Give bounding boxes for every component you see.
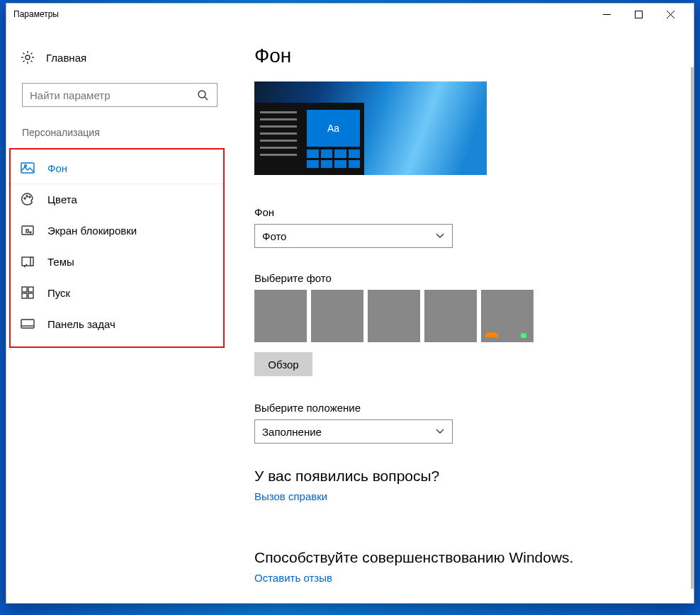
improve-heading: Способствуйте совершенствованию Windows. [254,549,665,566]
preview-tile-text: Aa [307,110,360,147]
sidebar-item-label: Фон [47,162,67,174]
minimize-icon [603,11,611,18]
svg-rect-19 [28,293,33,298]
questions-heading: У вас появились вопросы? [254,468,665,485]
home-label: Главная [46,52,86,64]
search-icon [196,88,210,102]
background-label: Фон [254,206,665,218]
photo-thumb-4[interactable] [424,290,477,342]
position-value: Заполнение [262,426,322,438]
sidebar-item-taskbar[interactable]: Панель задач [11,308,223,339]
chevron-down-icon [435,426,445,438]
sidebar-item-colors[interactable]: Цвета [11,184,223,215]
background-select[interactable]: Фото [254,224,453,248]
svg-point-5 [198,91,205,98]
svg-point-10 [26,196,28,197]
svg-point-14 [30,232,31,233]
close-button[interactable] [655,4,687,24]
content-area: Фон Aa Фон Фото Выберите фото [233,25,694,603]
photo-thumbnails [254,290,665,342]
close-icon [667,11,674,18]
svg-rect-20 [21,320,34,328]
maximize-icon [635,11,643,18]
sidebar-item-label: Экран блокировки [47,225,137,237]
svg-line-3 [667,11,674,18]
svg-point-11 [29,196,30,198]
svg-rect-1 [636,11,643,18]
svg-point-8 [25,165,27,167]
svg-line-2 [667,11,674,18]
background-value: Фото [262,230,286,242]
sidebar-item-start[interactable]: Пуск [11,277,223,308]
sidebar-items-highlight: Фон Цвета Экран блокировки [9,148,225,348]
sidebar-item-lockscreen[interactable]: Экран блокировки [11,215,223,246]
svg-rect-17 [28,287,33,292]
search-placeholder: Найти параметр [30,89,111,101]
maximize-button[interactable] [623,4,655,24]
help-link[interactable]: Вызов справки [254,490,665,502]
photo-thumb-1[interactable] [254,290,307,342]
scrollbar[interactable] [691,67,694,589]
picture-icon [21,161,35,175]
feedback-link[interactable]: Оставить отзыв [254,572,665,584]
taskbar-icon [21,317,35,331]
window-title: Параметры [13,9,59,19]
sidebar-item-label: Пуск [47,287,70,299]
svg-rect-16 [22,287,27,292]
page-title: Фон [254,45,665,67]
photo-thumb-2[interactable] [311,290,363,342]
sidebar-item-label: Темы [47,256,74,268]
home-button[interactable]: Главная [6,45,227,70]
svg-point-4 [26,55,30,60]
photo-thumb-3[interactable] [368,290,420,342]
themes-icon [21,254,35,269]
photo-thumb-5[interactable] [481,290,534,342]
settings-window: Параметры Главная Найти параметр [6,3,694,604]
desktop-preview: Aa [254,81,487,175]
sidebar-item-label: Цвета [47,193,77,205]
browse-button[interactable]: Обзор [254,352,312,376]
search-input[interactable]: Найти параметр [22,83,218,107]
section-title: Персонализация [22,127,227,138]
palette-icon [21,192,35,206]
sidebar: Главная Найти параметр Персонализация Фо… [6,25,233,603]
sidebar-item-background[interactable]: Фон [11,152,223,184]
svg-rect-12 [22,226,33,235]
start-icon [21,286,35,300]
choose-photo-label: Выберите фото [254,272,665,284]
position-label: Выберите положение [254,402,665,414]
sidebar-item-label: Панель задач [47,318,115,330]
browse-label: Обзор [268,359,298,371]
chevron-down-icon [435,230,445,242]
svg-point-9 [24,198,26,199]
title-bar: Параметры [6,4,694,25]
minimize-button[interactable] [591,4,623,24]
svg-rect-7 [21,163,34,173]
gear-icon [21,50,35,64]
svg-line-6 [205,97,208,100]
svg-rect-18 [22,293,27,298]
position-select[interactable]: Заполнение [254,419,453,444]
lockscreen-icon [21,223,35,237]
svg-rect-13 [26,230,28,232]
sidebar-item-themes[interactable]: Темы [11,246,223,277]
